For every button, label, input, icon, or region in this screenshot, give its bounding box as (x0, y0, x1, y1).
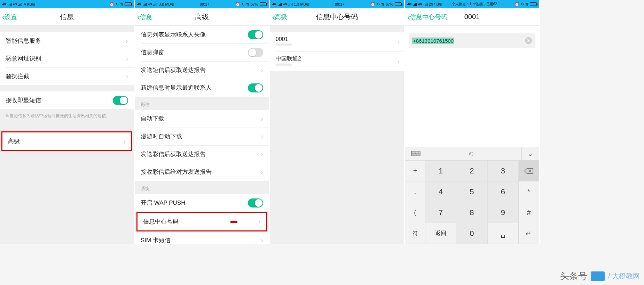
signal-4g2-icon: 4G (283, 2, 287, 6)
back-button[interactable]: ‹ 信息中心号码 (405, 13, 447, 22)
toggle-avatar[interactable] (248, 30, 263, 39)
sim-row-2[interactable]: 中国联通2 ••••••••••• › (270, 51, 404, 71)
back-label: 设置 (5, 13, 17, 21)
row-auto-download[interactable]: 自动下载› (135, 110, 269, 128)
chevron-right-icon: › (261, 168, 263, 176)
key-hash[interactable]: # (519, 202, 539, 223)
back-button[interactable]: ‹ 高级 (270, 13, 287, 22)
key-dot[interactable]: . (405, 181, 425, 202)
nav-bar: ‹ 信息 高级 (135, 8, 269, 26)
net-speed: 3.0 MB/s (159, 2, 174, 6)
signal-bars-icon (413, 2, 417, 6)
signal-4g-icon: 4G (407, 2, 411, 6)
clock: 09:17 (335, 2, 345, 6)
back-button[interactable]: ‹ 信息 (135, 13, 152, 22)
watermark-text-right: / 大橙教网 (608, 271, 640, 281)
key-1[interactable]: 1 (425, 161, 456, 181)
key-5[interactable]: 5 (456, 181, 487, 202)
key-symbol[interactable]: 符 (405, 223, 425, 244)
signal-4g2-icon: 4G (13, 2, 17, 6)
sim-number-blurred: ••••••••••• (276, 42, 398, 47)
key-star[interactable]: * (519, 181, 539, 202)
watermark: 头条号 / 大橙教网 (560, 270, 640, 282)
key-3[interactable]: 3 (488, 161, 519, 181)
bt-icon: ⇅ (525, 2, 528, 7)
status-bar: 4G 4G 1.3 MB/s 09:17 ⏰ ↻ ⇅ 67% (270, 0, 404, 8)
section-system: 系统 (135, 181, 269, 194)
signal-4g-icon: 4G (272, 2, 276, 6)
page-title: 高级 (135, 12, 269, 22)
signal-bars-icon (143, 2, 147, 6)
nfc-icon: ↻ (521, 2, 524, 7)
page-title: 信息中心号码 (270, 12, 404, 22)
key-7[interactable]: 7 (425, 202, 456, 223)
sim-name: 0001 (276, 36, 398, 42)
signal-4g-icon: 4G (2, 2, 6, 6)
row-popup[interactable]: 信息弹窗 (135, 43, 269, 61)
phone-screen-1: 4G 4G 4 KB/s ⏰ ↻ ⇅ ‹ 设置 信息 智能信息服务› 恶意网址识… (0, 0, 135, 244)
signal-4g-icon: 4G (137, 2, 141, 6)
key-0[interactable]: 0 (456, 223, 487, 244)
key-enter[interactable]: ↵ (519, 223, 539, 244)
sim-row-1[interactable]: 0001 ••••••••••• › (270, 32, 404, 51)
row-sim-sms[interactable]: SIM 卡短信› (135, 231, 269, 244)
back-label: 高级 (275, 13, 287, 21)
row-recent-contacts[interactable]: 新建信息时显示最近联系人 (135, 79, 269, 97)
bt-icon: ⇅ (120, 2, 123, 7)
net-speed: 297 B/s (429, 2, 442, 6)
key-6[interactable]: 6 (488, 181, 519, 202)
row-mms-read-report[interactable]: 接收彩信后给对方发送报告› (135, 163, 269, 181)
chevron-right-icon: › (261, 132, 263, 140)
row-wap-push[interactable]: 开启 WAP PUSH (135, 194, 269, 212)
chevron-right-icon: › (261, 115, 263, 123)
key-return[interactable]: 返回 (425, 223, 456, 244)
nav-bar: ‹ 设置 信息 (0, 8, 134, 26)
alarm-icon: ⏰ (370, 2, 375, 7)
battery-pct: 67% (386, 2, 393, 6)
row-show-avatar[interactable]: 信息列表显示联系人头像 (135, 26, 269, 43)
back-button[interactable]: ‹ 设置 (0, 13, 17, 22)
chevron-right-icon: › (397, 57, 400, 65)
key-paren[interactable]: ( (405, 202, 425, 223)
key-plus[interactable]: + (405, 161, 425, 181)
row-bad-url[interactable]: 恶意网址识别› (0, 50, 134, 67)
key-9[interactable]: 9 (488, 202, 519, 223)
row-smart-sms[interactable]: 智能信息服务› (0, 32, 134, 50)
key-4[interactable]: 4 (425, 181, 456, 202)
toggle-wap[interactable] (248, 198, 263, 207)
collapse-keyboard-icon[interactable]: ⌄ (521, 147, 533, 160)
clear-icon[interactable]: ✕ (525, 37, 532, 44)
nfc-icon: ↻ (116, 2, 119, 7)
row-spam-block[interactable]: 骚扰拦截› (0, 67, 134, 85)
clock: 09:17 (200, 2, 210, 6)
sim-name: 中国联通2 (276, 55, 398, 63)
section-mms: 彩信 (135, 97, 269, 110)
toggle-recent[interactable] (248, 83, 263, 92)
advanced-body: 信息列表显示联系人头像 信息弹窗 发送短信后获取送达报告› 新建信息时显示最近联… (135, 26, 269, 244)
battery-icon (125, 2, 132, 6)
signal-bars2-icon (289, 2, 292, 6)
key-8[interactable]: 8 (456, 202, 487, 223)
toggle-flash-sms[interactable] (113, 96, 128, 105)
simlist-body: 0001 ••••••••••• › 中国联通2 ••••••••••• › (270, 26, 404, 244)
row-smsc[interactable]: 信息中心号码› (138, 213, 266, 230)
signal-4g2-icon: 4G (418, 2, 422, 6)
smsc-input[interactable]: +8613010761500 ✕ (409, 33, 535, 48)
emoji-icon[interactable]: ☺ (468, 150, 474, 158)
row-roaming-download[interactable]: 漫游时自动下载› (135, 128, 269, 145)
backspace-icon (524, 168, 534, 174)
signal-bars-icon (8, 2, 11, 6)
key-2[interactable]: 2 (456, 161, 487, 181)
key-backspace[interactable] (519, 161, 539, 181)
toggle-popup[interactable] (248, 48, 263, 57)
watermark-text-left: 头条号 (560, 270, 587, 282)
hotspot-text: 个人热点：1 个连接，已用62.1 … (452, 2, 504, 7)
red-mark-icon (230, 221, 237, 223)
row-delivery-report[interactable]: 发送短信后获取送达报告› (135, 61, 269, 79)
row-flash-sms[interactable]: 接收即显短信 (0, 91, 134, 109)
numeric-keyboard: ⌨ ☺ ⌄ + 1 2 3 . 4 5 6 * ( (405, 147, 539, 244)
key-space[interactable]: ␣ (488, 223, 519, 244)
row-advanced[interactable]: 高级› (2, 132, 131, 150)
row-mms-delivery[interactable]: 发送彩信后获取送达报告› (135, 145, 269, 163)
keyboard-icon[interactable]: ⌨ (411, 149, 421, 158)
